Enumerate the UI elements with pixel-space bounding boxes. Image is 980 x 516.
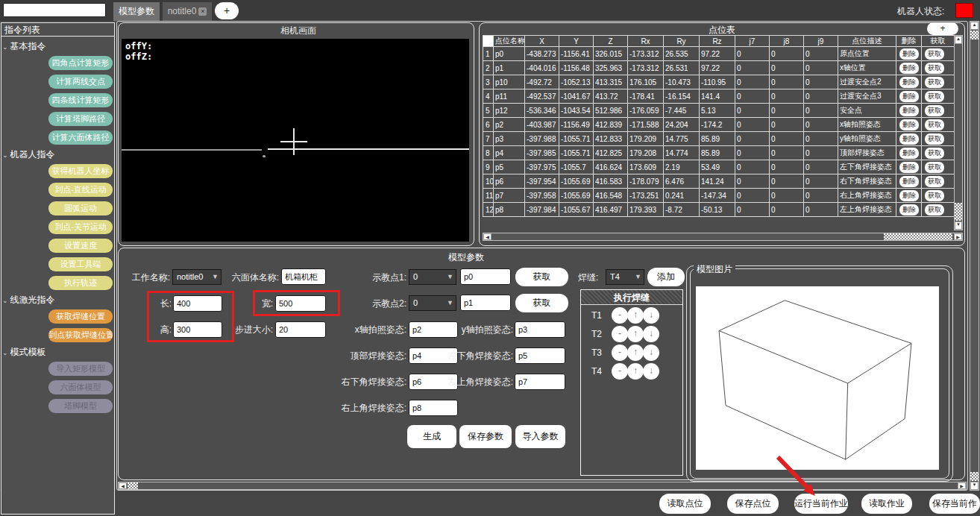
sidebar-item[interactable]: 导入矩形模型 — [48, 362, 113, 376]
sidebar-item[interactable]: 设置速度 — [48, 239, 113, 253]
scroll-left-icon[interactable]: ◀ — [119, 482, 127, 489]
row-get-button[interactable]: 获取 — [925, 190, 944, 201]
scroll-right-icon[interactable]: ▶ — [954, 233, 962, 240]
row-get-button[interactable]: 获取 — [925, 133, 944, 145]
move-down-button[interactable]: ↓ — [643, 326, 659, 342]
command-search-input[interactable] — [3, 3, 106, 17]
row-get-button[interactable]: 获取 — [925, 105, 944, 116]
weld-seam-select[interactable]: T4▼ — [606, 269, 644, 285]
get-teach-point1-button[interactable]: 获取 — [515, 268, 568, 286]
tab-model-params[interactable]: 模型参数 — [113, 2, 160, 21]
scrollbar-thumb[interactable] — [970, 472, 979, 481]
sidebar-item[interactable]: 塔脚模型 — [48, 399, 113, 413]
sidebar-item[interactable]: 计算塔脚路径 — [48, 112, 113, 126]
sidebar-item[interactable]: 四条线计算矩形 — [48, 93, 113, 107]
sidebar-item[interactable]: 到点-直线运动 — [48, 183, 113, 197]
row-delete-button[interactable]: 删除 — [899, 162, 919, 173]
teach-point1-input[interactable] — [460, 268, 511, 285]
import-params-button[interactable]: 导入参数 — [515, 425, 565, 448]
scroll-left-icon[interactable]: ◀ — [483, 233, 491, 240]
get-teach-point2-button[interactable]: 获取 — [515, 294, 568, 312]
add-tab-button[interactable]: + — [215, 2, 239, 19]
move-up-button[interactable]: ↑ — [627, 326, 644, 342]
sidebar-item[interactable]: 获取焊缝位置 — [48, 309, 113, 324]
sidebar-group[interactable]: ⌄模式模板 — [2, 347, 114, 358]
hexahedron-input[interactable] — [281, 268, 326, 285]
main-horizontal-scrollbar[interactable]: ◀ ▶ — [118, 482, 967, 490]
row-delete-button[interactable]: 删除 — [899, 63, 919, 74]
add-weld-button[interactable]: 添加 — [647, 268, 685, 286]
step-size-input[interactable] — [275, 321, 326, 338]
row-delete-button[interactable]: 删除 — [899, 148, 919, 159]
add-point-button[interactable]: + — [927, 22, 958, 35]
move-down-button[interactable]: ↓ — [643, 307, 659, 324]
move-up-button[interactable]: ↑ — [627, 344, 644, 361]
sidebar-item[interactable]: 计算六面体路径 — [48, 130, 113, 145]
move-up-button[interactable]: ↑ — [627, 307, 644, 324]
move-down-button[interactable]: ↓ — [643, 344, 659, 361]
sidebar-group[interactable]: ⌄基本指令 — [2, 41, 114, 52]
row-delete-button[interactable]: 删除 — [899, 204, 919, 215]
row-get-button[interactable]: 获取 — [925, 63, 944, 74]
sidebar-item[interactable]: 到点获取焊缝位置 — [48, 328, 113, 342]
remove-weld-button[interactable]: - — [612, 344, 628, 361]
sidebar-item[interactable]: 执行轨迹 — [48, 276, 113, 290]
save-params-button[interactable]: 保存参数 — [459, 425, 512, 448]
scroll-up-icon[interactable]: ▲ — [970, 22, 979, 30]
save-current-job-button[interactable]: 保存当前作业 — [929, 494, 980, 514]
row-get-button[interactable]: 获取 — [925, 148, 944, 159]
remove-weld-button[interactable]: - — [612, 326, 628, 342]
sidebar-item[interactable]: 计算两线交点 — [48, 75, 113, 89]
row-delete-button[interactable]: 删除 — [899, 133, 919, 145]
row-get-button[interactable]: 获取 — [925, 176, 944, 187]
tab-notitle0[interactable]: notitle0× — [163, 2, 212, 21]
row-delete-button[interactable]: 删除 — [899, 48, 919, 60]
scroll-up-icon[interactable]: ▲ — [955, 36, 962, 44]
read-job-button[interactable]: 读取作业 — [861, 494, 912, 514]
teach-point2-select[interactable]: 0▼ — [409, 295, 456, 311]
work-name-select[interactable]: notitle0▼ — [172, 269, 222, 285]
scrollbar-thumb[interactable] — [955, 203, 962, 221]
remove-weld-button[interactable]: - — [612, 363, 628, 380]
row-delete-button[interactable]: 删除 — [899, 176, 919, 187]
pose-input[interactable] — [515, 374, 565, 390]
row-delete-button[interactable]: 删除 — [899, 119, 919, 130]
read-points-button[interactable]: 读取点位 — [659, 494, 711, 514]
sidebar-group[interactable]: ⌄线激光指令 — [2, 295, 114, 306]
row-get-button[interactable]: 获取 — [925, 91, 944, 102]
scrollbar-thumb[interactable] — [128, 482, 138, 489]
pose-input[interactable] — [515, 321, 565, 338]
remove-weld-button[interactable]: - — [612, 307, 628, 324]
sidebar-item[interactable]: 设置工具端 — [48, 257, 113, 271]
row-delete-button[interactable]: 删除 — [899, 77, 919, 88]
scroll-down-icon[interactable]: ▼ — [970, 482, 979, 490]
table-vertical-scrollbar[interactable]: ▲ ▼ — [954, 35, 963, 230]
table-horizontal-scrollbar[interactable]: ◀ ▶ — [483, 233, 963, 241]
sidebar-item[interactable]: 获得机器人坐标 — [48, 164, 113, 178]
close-icon[interactable]: × — [198, 7, 207, 16]
move-up-button[interactable]: ↑ — [627, 363, 644, 380]
pose-input[interactable] — [515, 347, 565, 364]
window-vertical-scrollbar[interactable]: ▲ ▼ — [970, 21, 979, 491]
row-delete-button[interactable]: 删除 — [899, 91, 919, 102]
row-delete-button[interactable]: 删除 — [899, 190, 919, 201]
row-get-button[interactable]: 获取 — [925, 77, 944, 88]
sidebar-item[interactable]: 四角点计算矩形 — [48, 56, 113, 70]
scrollbar-thumb[interactable] — [884, 233, 952, 240]
sidebar-item[interactable]: 圆弧运动 — [48, 201, 113, 215]
teach-point2-input[interactable] — [460, 295, 511, 311]
row-delete-button[interactable]: 删除 — [899, 105, 919, 116]
row-get-button[interactable]: 获取 — [925, 119, 944, 130]
pose-input[interactable] — [409, 400, 458, 416]
sidebar-group[interactable]: ⌄机器人指令 — [2, 149, 114, 160]
sidebar-item[interactable]: 六面体模型 — [48, 380, 113, 394]
generate-button[interactable]: 生成 — [407, 425, 456, 448]
teach-point1-select[interactable]: 0▼ — [409, 269, 456, 285]
move-down-button[interactable]: ↓ — [643, 363, 659, 380]
row-get-button[interactable]: 获取 — [925, 204, 944, 215]
sidebar-item[interactable]: 到点-关节运动 — [48, 220, 113, 234]
row-get-button[interactable]: 获取 — [925, 48, 944, 60]
scroll-right-icon[interactable]: ▶ — [958, 482, 966, 489]
scrollbar-thumb[interactable] — [970, 31, 979, 40]
scroll-down-icon[interactable]: ▼ — [955, 221, 962, 230]
